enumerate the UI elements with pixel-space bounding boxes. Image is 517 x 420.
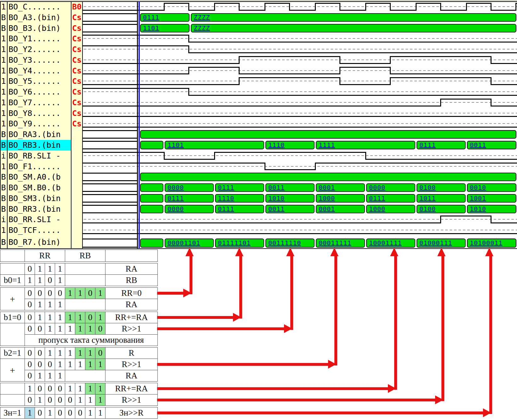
bit-waveform-segment	[491, 84, 517, 85]
signal-row-bo-a3-bin[interactable]: BO_A3.(bin)	[9, 13, 61, 23]
signal-type-flag[interactable]: 1	[0, 88, 7, 97]
signal-row-bo-y9[interactable]: BO_Y9......	[9, 119, 61, 129]
bus-segment: 0000	[366, 183, 415, 192]
table-bit-cell: 1	[25, 274, 35, 286]
bit-transition-edge	[188, 67, 189, 75]
table-bit-cell: 1	[75, 312, 85, 323]
arrow-vertical-line	[394, 255, 397, 390]
signal-row-bo-rr3-bin[interactable]: BO_RR3.(bin	[9, 205, 61, 215]
signal-row-bo-y5[interactable]: BO_Y5......	[9, 77, 61, 87]
bus-segment-value: 0001	[316, 205, 364, 213]
signal-type-flag[interactable]: B	[0, 183, 7, 193]
bus-segment-value: 10100011	[468, 239, 516, 247]
signal-type-flag[interactable]: B	[0, 24, 7, 34]
table-bit-cell: 1	[95, 383, 105, 394]
bus-segment: 0111	[215, 183, 264, 192]
bus-segment-value: 10001111	[367, 239, 415, 247]
signal-marker-flag: Cs	[72, 88, 82, 97]
bus-segment: 1110	[215, 194, 264, 203]
bus-segment-value: 0100	[417, 184, 465, 191]
signal-row-bo-r7-bin[interactable]: BO_R7.(bin)	[9, 237, 61, 249]
signal-row-bo-y7[interactable]: BO_Y7......	[9, 98, 61, 108]
bit-waveform-segment	[491, 10, 516, 11]
table-bit-cell: 1	[85, 359, 95, 370]
table-bit-cell: 1	[95, 407, 105, 419]
signal-type-flag[interactable]: 1	[0, 34, 7, 44]
bit-waveform-segment	[491, 106, 517, 106]
signal-type-flag[interactable]: B	[0, 130, 7, 140]
signal-type-flag[interactable]: B	[0, 141, 7, 151]
arrow-horizontal-line	[157, 411, 484, 414]
signal-row-bo-tcf[interactable]: BO_TCF.....	[9, 226, 61, 236]
bus-segment: 0111	[366, 194, 415, 203]
bus-segment	[140, 194, 163, 203]
signal-type-flag[interactable]: 1	[0, 109, 7, 119]
table-operation-cell: RA	[105, 299, 158, 310]
signal-type-flag[interactable]: B	[0, 173, 7, 182]
signal-row-bo-sm-b0-b[interactable]: BO_SM.B0.(b	[9, 183, 61, 193]
signal-type-flag[interactable]: 1	[0, 119, 7, 129]
bus-lead-box	[83, 173, 138, 181]
signal-type-flag[interactable]: 1	[0, 77, 7, 87]
table-bit-cell: 1	[35, 299, 45, 310]
bus-segment: 1000	[316, 194, 365, 203]
table-bit-cell: 0	[45, 394, 55, 406]
bit-waveform-segment	[83, 88, 189, 89]
signal-row-bo-y2[interactable]: BO_Y2......	[9, 45, 61, 55]
bit-waveform-segment	[390, 56, 491, 57]
signal-type-flag[interactable]: i	[0, 215, 7, 225]
bus-segment-value: 0111	[141, 14, 189, 21]
signal-row-bo-rr-sli[interactable]: BO_RR.SLI -	[9, 215, 61, 225]
mid-reference-dashes	[84, 230, 517, 230]
signal-type-flag[interactable]: 1	[0, 66, 7, 76]
signal-type-flag[interactable]: 1	[0, 56, 7, 66]
signal-row-bo-y8[interactable]: BO_Y8......	[9, 109, 61, 119]
signal-row-bo-rb-sli[interactable]: BO_RB.SLI -	[9, 152, 61, 161]
signal-row-bo-y3[interactable]: BO_Y3......	[9, 56, 61, 66]
signal-type-flag[interactable]: 1	[0, 226, 7, 236]
table-step-label: Зн=1	[0, 407, 25, 419]
mid-reference-dashes	[84, 49, 517, 49]
signal-row-bo-sm-a0-b[interactable]: BO_SM.A0.(b	[9, 173, 61, 182]
bus-segment-value: 0011	[266, 205, 314, 213]
table-step-label: b2=1	[0, 347, 25, 359]
table-bit-cell: 1	[45, 323, 55, 335]
table-bit-cell: 1	[85, 394, 95, 406]
bus-lead-box	[83, 239, 138, 248]
table-bit-cell: 0	[35, 359, 45, 370]
signal-type-flag[interactable]: B	[0, 194, 7, 204]
table-operation-cell: R>>1	[105, 394, 158, 406]
signal-row-bo-sm3-bin[interactable]: BO_SM3.(bin	[9, 194, 61, 204]
table-bit-cell: 0	[35, 383, 45, 394]
mid-reference-dashes	[84, 38, 517, 39]
signal-row-bo-f1[interactable]: BO_F1......	[9, 162, 61, 172]
table-bit-cell: 1	[85, 347, 95, 359]
table-bit-cell: 0	[55, 407, 65, 419]
table-step-label: +	[0, 359, 25, 382]
signal-row-bo-y4[interactable]: BO_Y4......	[9, 66, 61, 76]
signal-type-flag[interactable]: 1	[0, 3, 7, 12]
signal-type-flag[interactable]: B	[0, 13, 7, 23]
signal-row-bo-c[interactable]: BO_C.......	[9, 3, 61, 12]
table-bit-cell: 1	[35, 370, 45, 382]
table-bit-cell: 0	[45, 274, 55, 286]
signal-row-bo-rb3-bin[interactable]: BO_RB3.(bin	[9, 141, 61, 151]
table-bit-cell: 1	[85, 383, 95, 394]
bus-segment: ZZZZ	[191, 24, 516, 32]
time-cursor[interactable]	[139, 1, 140, 249]
signal-type-flag[interactable]: B	[0, 237, 7, 249]
bit-waveform-segment	[466, 3, 491, 4]
signal-type-flag[interactable]: 1	[0, 162, 7, 172]
signal-row-bo-b3-bin[interactable]: BO_B3.(bin)	[9, 24, 61, 34]
signal-row-bo-ra3-bin[interactable]: BO_RA3.(bin	[9, 130, 61, 140]
table-header-op	[105, 250, 158, 262]
signal-type-flag[interactable]: 1	[0, 98, 7, 108]
table-bit-cell: 1	[45, 312, 55, 323]
bus-segment: 1010	[265, 194, 315, 203]
signal-row-bo-y6[interactable]: BO_Y6......	[9, 88, 61, 97]
signal-type-flag[interactable]: B	[0, 205, 7, 215]
signal-type-flag[interactable]: i	[0, 152, 7, 161]
signal-type-flag[interactable]: 1	[0, 45, 7, 55]
table-bit-cell: 1	[75, 287, 85, 299]
signal-row-bo-y1[interactable]: BO_Y1......	[9, 34, 61, 44]
